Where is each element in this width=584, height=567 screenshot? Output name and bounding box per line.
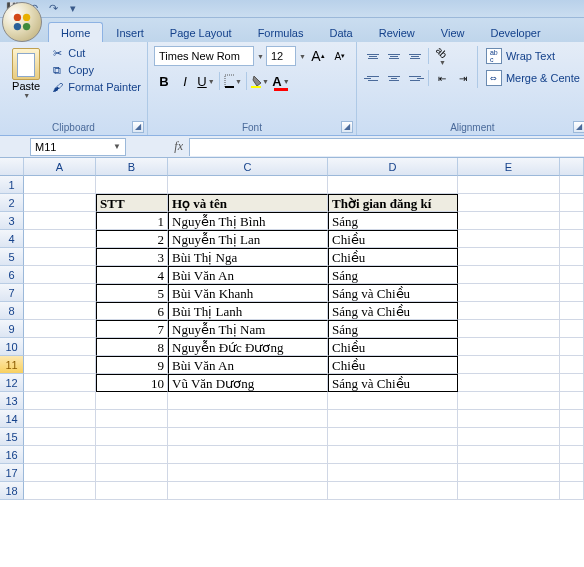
cell[interactable] — [560, 212, 584, 230]
table-data-cell[interactable]: 10 — [96, 374, 168, 392]
cut-button[interactable]: ✂ Cut — [50, 46, 141, 60]
row-header[interactable]: 11 — [0, 356, 24, 374]
cell[interactable] — [24, 374, 96, 392]
bold-button[interactable]: B — [154, 70, 174, 92]
cell[interactable] — [560, 392, 584, 410]
cell[interactable] — [458, 482, 560, 500]
row-header[interactable]: 17 — [0, 464, 24, 482]
cell[interactable] — [24, 482, 96, 500]
qat-redo-icon[interactable]: ↷ — [44, 1, 62, 17]
row-header[interactable]: 4 — [0, 230, 24, 248]
cell[interactable] — [560, 374, 584, 392]
cell[interactable] — [24, 446, 96, 464]
cell[interactable] — [168, 176, 328, 194]
cell[interactable] — [458, 230, 560, 248]
cell[interactable] — [458, 392, 560, 410]
row-header[interactable]: 2 — [0, 194, 24, 212]
cell[interactable] — [560, 194, 584, 212]
cell[interactable] — [24, 428, 96, 446]
tab-data[interactable]: Data — [316, 22, 365, 42]
cell[interactable] — [328, 392, 458, 410]
table-data-cell[interactable]: Bùi Thị Lanh — [168, 302, 328, 320]
table-header-cell[interactable]: Thời gian đăng kí — [328, 194, 458, 212]
tab-view[interactable]: View — [428, 22, 478, 42]
row-header[interactable]: 14 — [0, 410, 24, 428]
cell[interactable] — [560, 230, 584, 248]
wrap-text-button[interactable]: abc Wrap Text — [484, 46, 582, 66]
cell[interactable] — [458, 266, 560, 284]
office-button[interactable] — [2, 2, 42, 42]
table-data-cell[interactable]: Bùi Văn Khanh — [168, 284, 328, 302]
align-right-button[interactable] — [405, 68, 425, 88]
cell[interactable] — [560, 302, 584, 320]
cell[interactable] — [560, 266, 584, 284]
align-left-button[interactable] — [363, 68, 383, 88]
align-center-button[interactable] — [384, 68, 404, 88]
fx-icon[interactable]: fx — [174, 139, 183, 154]
table-data-cell[interactable]: Nguyễn Thị Bình — [168, 212, 328, 230]
cell[interactable] — [458, 302, 560, 320]
cell[interactable] — [560, 356, 584, 374]
font-name-select[interactable] — [154, 46, 254, 66]
cell[interactable] — [560, 410, 584, 428]
align-top-button[interactable] — [363, 46, 383, 66]
table-data-cell[interactable]: Sáng — [328, 266, 458, 284]
cell[interactable] — [458, 212, 560, 230]
cell[interactable] — [168, 410, 328, 428]
cell[interactable] — [560, 176, 584, 194]
orientation-button[interactable]: ab▼ — [432, 46, 452, 66]
table-data-cell[interactable]: Sáng — [328, 320, 458, 338]
underline-button[interactable]: U▼ — [196, 70, 216, 92]
cell[interactable] — [96, 464, 168, 482]
row-header[interactable]: 5 — [0, 248, 24, 266]
cell[interactable] — [458, 194, 560, 212]
table-data-cell[interactable]: 6 — [96, 302, 168, 320]
tab-developer[interactable]: Developer — [477, 22, 553, 42]
cell[interactable] — [24, 230, 96, 248]
cell[interactable] — [458, 356, 560, 374]
cell[interactable] — [168, 446, 328, 464]
cell[interactable] — [24, 320, 96, 338]
row-header[interactable]: 9 — [0, 320, 24, 338]
table-data-cell[interactable]: Sáng và Chiều — [328, 302, 458, 320]
table-data-cell[interactable]: 5 — [96, 284, 168, 302]
tab-page-layout[interactable]: Page Layout — [157, 22, 245, 42]
table-data-cell[interactable]: 3 — [96, 248, 168, 266]
cell[interactable] — [458, 248, 560, 266]
table-data-cell[interactable]: 4 — [96, 266, 168, 284]
italic-button[interactable]: I — [175, 70, 195, 92]
table-data-cell[interactable]: Chiều — [328, 230, 458, 248]
table-data-cell[interactable]: Chiều — [328, 338, 458, 356]
cell[interactable] — [328, 176, 458, 194]
name-box[interactable]: M11 ▼ — [30, 138, 126, 156]
cell[interactable] — [458, 320, 560, 338]
cell[interactable] — [560, 248, 584, 266]
cell[interactable] — [560, 428, 584, 446]
chevron-down-icon[interactable]: ▼ — [257, 53, 264, 60]
alignment-dialog-launcher[interactable]: ◢ — [573, 121, 584, 133]
cell[interactable] — [458, 338, 560, 356]
table-header-cell[interactable]: Họ và tên — [168, 194, 328, 212]
column-header[interactable]: A — [24, 158, 96, 176]
cell[interactable] — [328, 428, 458, 446]
table-data-cell[interactable]: Bùi Văn An — [168, 356, 328, 374]
column-header[interactable]: D — [328, 158, 458, 176]
cell[interactable] — [328, 446, 458, 464]
row-header[interactable]: 7 — [0, 284, 24, 302]
cell[interactable] — [560, 284, 584, 302]
border-button[interactable]: ▼ — [223, 70, 243, 92]
table-header-cell[interactable]: STT — [96, 194, 168, 212]
cell[interactable] — [458, 374, 560, 392]
cell[interactable] — [458, 176, 560, 194]
table-data-cell[interactable]: Chiều — [328, 248, 458, 266]
tab-insert[interactable]: Insert — [103, 22, 157, 42]
row-header[interactable]: 16 — [0, 446, 24, 464]
row-header[interactable]: 18 — [0, 482, 24, 500]
shrink-font-button[interactable]: A▾ — [330, 46, 350, 66]
cell[interactable] — [24, 392, 96, 410]
font-size-select[interactable] — [266, 46, 296, 66]
cell[interactable] — [328, 410, 458, 428]
cell[interactable] — [560, 320, 584, 338]
cell[interactable] — [560, 338, 584, 356]
tab-review[interactable]: Review — [366, 22, 428, 42]
